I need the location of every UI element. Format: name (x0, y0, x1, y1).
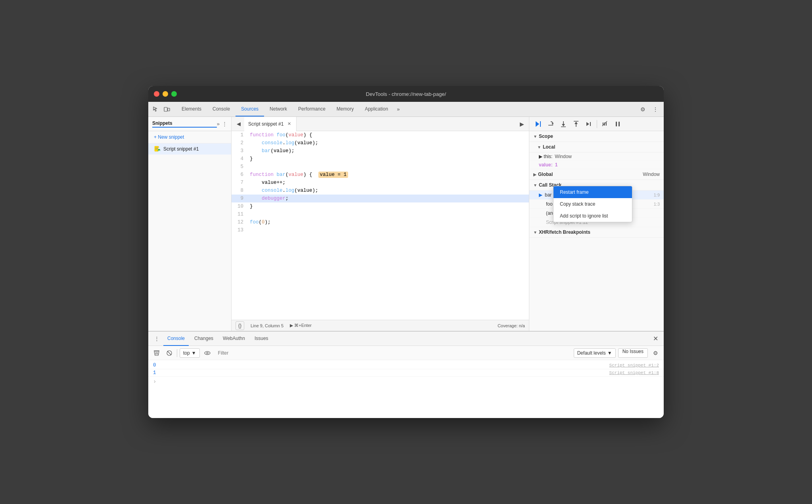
scope-value[interactable]: value: 1 (529, 161, 664, 169)
console-filter-input[interactable] (215, 350, 571, 356)
main-tabbar: Elements Console Sources Network Perform… (148, 102, 664, 117)
code-line-13: 13 (232, 226, 529, 234)
code-line-7: 7 value++; (232, 179, 529, 187)
console-source-1[interactable]: Script snippet #1:8 (609, 370, 659, 375)
editor-tab-close[interactable]: ✕ (286, 121, 292, 127)
xhr-breakpoints-header[interactable]: ▼ XHR/fetch Breakpoints (529, 227, 664, 238)
close-bottom-panel[interactable]: ✕ (650, 334, 661, 344)
console-value-0: 0 (153, 363, 609, 368)
console-tabs: ⋮ Console Changes WebAuthn Issues ✕ (148, 332, 664, 346)
editor-status-bar: {} Line 9, Column 5 ▶ ⌘+Enter Coverage: … (232, 320, 529, 331)
code-line-11: 11 (232, 210, 529, 218)
clear-console-button[interactable] (151, 348, 162, 358)
traffic-lights (154, 91, 177, 97)
code-line-5: 5 (232, 163, 529, 171)
scope-header[interactable]: ▼ Scope (529, 131, 664, 142)
step-into-button[interactable] (558, 118, 569, 130)
svg-rect-0 (164, 107, 167, 111)
svg-rect-1 (168, 108, 170, 111)
minimize-button[interactable] (163, 91, 168, 97)
tab-application[interactable]: Application (359, 102, 394, 116)
code-line-6: 6 function bar(value) { value = 1 (232, 171, 529, 179)
tabbar-nav-icons (151, 102, 176, 116)
settings-icon[interactable]: ⚙ (638, 104, 648, 115)
default-levels-button[interactable]: Default levels ▼ (574, 348, 616, 358)
svg-line-28 (155, 352, 156, 355)
step-out-button[interactable] (571, 118, 582, 130)
close-button[interactable] (154, 91, 159, 97)
svg-point-34 (207, 352, 208, 354)
code-line-9: 9 debugger; (232, 195, 529, 202)
tab-console-bottom[interactable]: Console (163, 332, 189, 346)
no-issues-button[interactable]: No Issues (618, 348, 648, 358)
code-line-1: 1 function foo(value) { (232, 131, 529, 139)
more-tabs-button[interactable]: » (394, 102, 403, 116)
context-menu-restart-frame[interactable]: Restart frame (553, 186, 632, 198)
pause-on-exceptions-button[interactable] (612, 118, 623, 130)
tabbar-right-actions: ⚙ ⋮ (638, 102, 661, 116)
context-menu-copy-stack-trace[interactable]: Copy stack trace (553, 198, 632, 210)
svg-rect-25 (619, 122, 620, 126)
run-snippet-button[interactable]: ▶ ⌘+Enter (290, 323, 312, 328)
tab-webauthn[interactable]: WebAuthn (219, 332, 249, 346)
editor-tab-snippet[interactable]: Script snippet #1 ✕ (244, 117, 297, 131)
right-panel: ▼ Scope ▼ Local ▶ this: Window value: (529, 117, 664, 331)
tab-console[interactable]: Console (207, 102, 236, 116)
global-scope-header[interactable]: ▶ Global Window (529, 169, 664, 180)
tab-changes[interactable]: Changes (190, 332, 217, 346)
code-line-2: 2 console.log(value); (232, 139, 529, 147)
new-snippet-button[interactable]: + New snippet (148, 131, 231, 143)
zoom-button[interactable] (171, 91, 177, 97)
svg-rect-20 (590, 122, 591, 126)
toolbar-separator (177, 349, 177, 357)
cursor-position: Line 9, Column 5 (251, 323, 283, 328)
snippet-item[interactable]: ▶ Script snippet #1 (148, 143, 231, 155)
console-source-0[interactable]: Script snippet #1:2 (609, 363, 659, 368)
tab-network[interactable]: Network (264, 102, 293, 116)
tab-issues[interactable]: Issues (251, 332, 272, 346)
svg-rect-24 (616, 122, 617, 126)
tab-performance[interactable]: Performance (293, 102, 331, 116)
select-element-icon[interactable] (151, 105, 160, 114)
context-menu-add-to-ignore[interactable]: Add script to ignore list (553, 210, 632, 222)
console-value-1: 1 (153, 370, 609, 376)
devtools-window: DevTools - chrome://new-tab-page/ Elemen… (148, 86, 664, 418)
editor-nav-back[interactable]: ◀ (233, 118, 244, 130)
console-toolbar: top ▼ Default levels ▼ No Issues ⚙ (148, 346, 664, 360)
resume-button[interactable] (532, 118, 544, 130)
tab-elements[interactable]: Elements (176, 102, 207, 116)
code-editor[interactable]: 1 function foo(value) { 2 console.log(va… (232, 131, 529, 320)
console-entry-1: 1 Script snippet #1:8 (148, 369, 664, 377)
local-scope-header[interactable]: ▼ Local (529, 142, 664, 153)
console-more-button[interactable]: ⋮ (151, 334, 162, 344)
snippet-file-icon: ▶ (154, 146, 160, 152)
step-button[interactable] (583, 118, 594, 130)
editor-run-button[interactable]: ▶ (516, 118, 527, 130)
sidebar: Snippets » ⋮ + New snippet ▶ (148, 117, 232, 331)
customize-icon[interactable]: ⋮ (650, 104, 661, 115)
sidebar-more-icon[interactable]: » (217, 121, 220, 127)
svg-rect-10 (540, 121, 541, 127)
console-entry-0: 0 Script snippet #1:2 (148, 362, 664, 369)
window-title: DevTools - chrome://new-tab-page/ (366, 91, 446, 97)
code-line-10: 10 } (232, 202, 529, 210)
tab-sources[interactable]: Sources (236, 102, 264, 116)
block-network-requests-button[interactable] (164, 348, 174, 358)
sidebar-title: Snippets (152, 120, 217, 128)
context-selector[interactable]: top ▼ (180, 348, 200, 358)
step-over-button[interactable] (545, 118, 556, 130)
code-line-12: 12 foo(0); (232, 218, 529, 226)
tab-memory[interactable]: Memory (331, 102, 359, 116)
toolbar-separator (597, 120, 597, 128)
svg-rect-22 (604, 122, 605, 126)
device-toolbar-icon[interactable] (163, 105, 171, 114)
deactivate-breakpoints-button[interactable] (599, 118, 611, 130)
sidebar-overflow-icon[interactable]: ⋮ (222, 121, 227, 127)
console-settings-icon[interactable]: ⚙ (650, 348, 661, 358)
svg-marker-11 (552, 123, 553, 125)
svg-marker-3 (158, 146, 159, 147)
eye-icon[interactable] (202, 348, 213, 358)
format-button[interactable]: {} (236, 321, 244, 330)
scope-this[interactable]: ▶ this: Window (529, 153, 664, 161)
console-prompt[interactable]: › (148, 377, 664, 386)
